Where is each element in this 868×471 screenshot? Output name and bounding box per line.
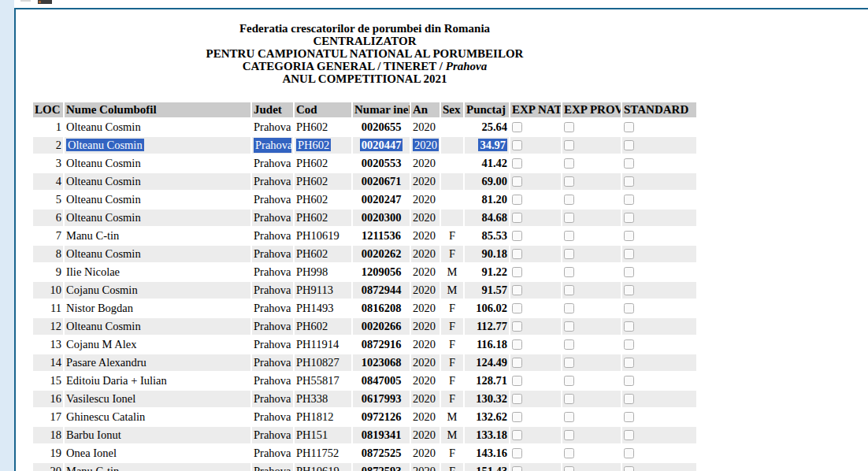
standard-checkbox[interactable]	[624, 249, 634, 259]
exp-prov-checkbox[interactable]	[564, 412, 574, 422]
standard-checkbox[interactable]	[624, 358, 634, 368]
exp-nat-checkbox[interactable]	[512, 448, 522, 458]
exp-nat-checkbox[interactable]	[512, 321, 522, 332]
cell-text: Ghinescu Catalin	[66, 410, 145, 423]
cell-text: F	[449, 320, 455, 332]
exp-prov-checkbox[interactable]	[564, 231, 574, 241]
standard-checkbox[interactable]	[624, 339, 634, 350]
exp-prov-checkbox[interactable]	[564, 466, 574, 471]
standard-checkbox[interactable]	[624, 231, 634, 241]
exp-nat-checkbox[interactable]	[512, 339, 522, 350]
exp-prov-checkbox[interactable]	[564, 448, 574, 458]
standard-checkbox[interactable]	[624, 448, 634, 458]
cell-cod: PH602	[295, 137, 351, 154]
exp-prov-checkbox[interactable]	[564, 430, 574, 440]
standard-checkbox[interactable]	[624, 213, 634, 223]
exp-nat-checkbox[interactable]	[512, 158, 522, 169]
exp-prov-checkbox[interactable]	[564, 195, 574, 205]
cell-text: 124.49	[476, 356, 507, 369]
cell-text: PH602	[296, 247, 328, 260]
cell-judet: Prahova	[252, 282, 293, 299]
cell-nume: Barbu Ionut	[65, 427, 250, 443]
exp-nat-checkbox[interactable]	[512, 376, 522, 386]
exp-nat-checkbox[interactable]	[512, 285, 522, 295]
exp-nat-checkbox[interactable]	[512, 249, 522, 259]
cell-sex: F	[441, 300, 463, 317]
cell-text: PH9113	[296, 284, 333, 296]
exp-prov-checkbox[interactable]	[564, 158, 574, 169]
cell-text: M	[447, 428, 458, 441]
cell-cod: PH1493	[295, 300, 351, 317]
standard-checkbox[interactable]	[624, 267, 634, 277]
cell-text: F	[449, 229, 455, 242]
cell-text: PH151	[296, 428, 328, 441]
exp-nat-checkbox[interactable]	[512, 303, 522, 313]
cell-punctaj: 34.97	[465, 137, 509, 154]
exp-nat-checkbox[interactable]	[512, 176, 522, 187]
exp-nat-checkbox[interactable]	[512, 466, 522, 471]
table-row: 13 Cojanu M Alex Prahova PH11914 0872916…	[33, 336, 696, 353]
exp-prov-checkbox[interactable]	[564, 122, 574, 132]
exp-nat-checkbox[interactable]	[512, 394, 522, 404]
exp-prov-checkbox[interactable]	[564, 321, 574, 332]
cell-text: 133.18	[476, 428, 507, 441]
exp-prov-checkbox[interactable]	[564, 285, 574, 295]
cell-text: Prahova	[254, 175, 291, 187]
cell-standard	[622, 373, 696, 389]
standard-checkbox[interactable]	[624, 285, 634, 295]
cell-exp-nat	[510, 119, 561, 135]
selected-text: 2020	[413, 139, 439, 151]
cell-text: 0020553	[362, 157, 402, 169]
exp-prov-checkbox[interactable]	[564, 249, 574, 259]
table-row: 5 Olteanu Cosmin Prahova PH602 0020247 2…	[33, 191, 696, 208]
cell-sex: F	[441, 463, 463, 471]
exp-nat-checkbox[interactable]	[512, 412, 522, 422]
cell-exp-prov	[562, 264, 621, 280]
exp-nat-checkbox[interactable]	[512, 122, 522, 132]
exp-nat-checkbox[interactable]	[512, 140, 522, 150]
cell-punctaj: 151.43	[465, 463, 509, 471]
exp-nat-checkbox[interactable]	[512, 430, 522, 440]
standard-checkbox[interactable]	[624, 122, 634, 132]
exp-nat-checkbox[interactable]	[512, 213, 522, 223]
standard-checkbox[interactable]	[624, 176, 634, 187]
exp-nat-checkbox[interactable]	[512, 195, 522, 205]
cell-text: 18	[50, 428, 62, 441]
exp-nat-checkbox[interactable]	[512, 231, 522, 241]
exp-prov-checkbox[interactable]	[564, 358, 574, 368]
cell-an: 2020	[411, 409, 440, 425]
cell-numar-inel: 0020300	[353, 210, 410, 226]
cell-text: 132.62	[476, 410, 507, 423]
cell-text: 5	[56, 193, 61, 206]
standard-checkbox[interactable]	[624, 140, 634, 150]
standard-checkbox[interactable]	[624, 195, 634, 205]
cell-standard	[622, 173, 696, 190]
cell-loc: 20	[33, 463, 63, 471]
exp-nat-checkbox[interactable]	[512, 358, 522, 368]
standard-checkbox[interactable]	[624, 158, 634, 169]
exp-prov-checkbox[interactable]	[564, 376, 574, 386]
exp-prov-checkbox[interactable]	[564, 303, 574, 313]
cell-cod: PH338	[295, 391, 351, 407]
standard-checkbox[interactable]	[624, 376, 634, 386]
cell-punctaj: 106.02	[465, 300, 509, 317]
standard-checkbox[interactable]	[624, 430, 634, 440]
exp-prov-checkbox[interactable]	[564, 267, 574, 277]
exp-prov-checkbox[interactable]	[564, 213, 574, 223]
exp-prov-checkbox[interactable]	[564, 176, 574, 187]
exp-prov-checkbox[interactable]	[564, 140, 574, 150]
cell-cod: PH602	[295, 191, 351, 208]
exp-prov-checkbox[interactable]	[564, 339, 574, 350]
standard-checkbox[interactable]	[624, 321, 634, 332]
cell-numar-inel: 0872944	[353, 282, 410, 299]
exp-prov-checkbox[interactable]	[564, 394, 574, 404]
cell-judet: Prahova	[252, 409, 293, 425]
standard-checkbox[interactable]	[624, 412, 634, 422]
standard-checkbox[interactable]	[624, 303, 634, 313]
exp-nat-checkbox[interactable]	[512, 267, 522, 277]
standard-checkbox[interactable]	[624, 394, 634, 404]
standard-checkbox[interactable]	[624, 466, 634, 471]
cell-nume: Cojanu M Alex	[65, 336, 250, 353]
cell-text: 0816208	[362, 302, 402, 314]
cell-text: 81.20	[481, 193, 507, 206]
